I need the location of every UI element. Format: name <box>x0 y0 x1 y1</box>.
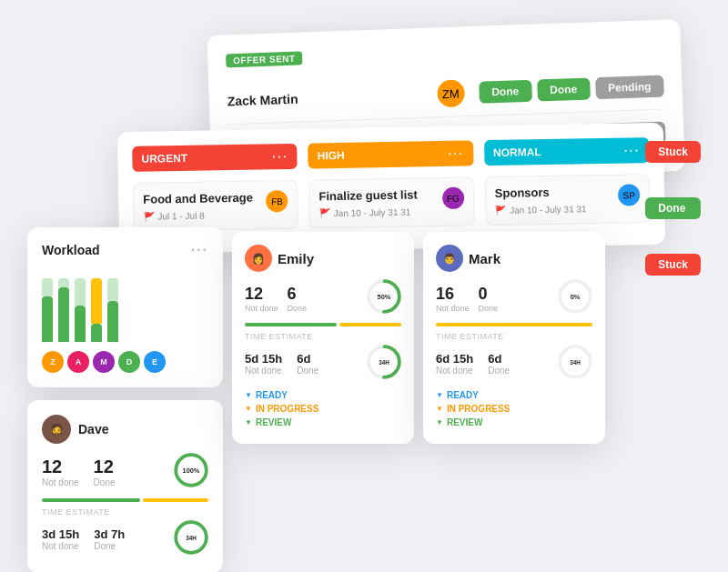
bar-green-2 <box>58 287 69 342</box>
bar-wrap-5 <box>107 278 118 342</box>
mark-time-nd-val: 6d 15h <box>436 352 473 366</box>
tag-done-1: Done <box>479 80 532 104</box>
emily-time-label: TIME ESTIMATE <box>245 332 401 341</box>
mark-review[interactable]: ▼ REVIEW <box>436 417 592 427</box>
mark-time-notdone: 6d 15h Not done <box>436 352 473 376</box>
wl-avatar-5: E <box>144 351 166 373</box>
bar-light-5 <box>107 278 118 301</box>
bar-group-2 <box>58 278 69 342</box>
kanban-header-normal: NORMAL ··· <box>484 137 650 166</box>
dave-donut2: 34H <box>174 520 208 558</box>
kanban-avatar-guest: FG <box>442 187 464 209</box>
emily-time: TIME ESTIMATE 5d 15h Not done 6d Done 34… <box>245 332 401 383</box>
dave-prog-yellow <box>143 498 208 502</box>
mark-time-nd-sub: Not done <box>436 366 473 376</box>
wl-avatar-2: A <box>67 351 89 373</box>
emily-time-d-val: 6d <box>297 352 318 366</box>
bar-light-2 <box>58 278 69 287</box>
mark-review-label: REVIEW <box>447 417 482 427</box>
scene: OFFER SENT Zack Martin ZM Done Done Pend… <box>0 0 728 572</box>
dave-time-label: TIME ESTIMATE <box>42 507 208 517</box>
avatar-zack: ZM <box>437 79 465 107</box>
mark-card: 👨 Mark 16 Not done 0 Done 0% TIME EST <box>423 232 605 444</box>
flag-sponsors: 🚩 <box>495 206 506 216</box>
emily-ready-section: ▼ READY ▼ IN PROGRESS ▼ REVIEW <box>245 390 401 427</box>
emily-header: 👩 Emily <box>245 245 401 272</box>
mark-ready-section: ▼ READY ▼ IN PROGRESS ▼ REVIEW <box>436 390 592 427</box>
offer-tags-zack: Done Done Pending <box>479 75 664 104</box>
kanban-date-sponsors: Jan 10 - July 31 31 <box>510 204 587 215</box>
emily-done-lbl: Done <box>288 304 308 313</box>
mark-time: TIME ESTIMATE 6d 15h Not done 6d Done 34… <box>436 332 592 383</box>
emily-prog-yellow <box>339 323 401 326</box>
bar-yellow-4 <box>91 278 102 324</box>
svg-text:0%: 0% <box>571 293 581 301</box>
kanban-item-guest[interactable]: Finalize guest list 🚩 Jan 10 - July 31 3… <box>308 176 474 228</box>
emily-review[interactable]: ▼ REVIEW <box>245 417 401 427</box>
workload-title-row: Workload ··· <box>42 242 208 258</box>
kanban-avatar-sponsors: SP <box>618 184 640 206</box>
mark-ready-label: READY <box>447 390 479 400</box>
mark-notdone-lbl: Not done <box>436 304 470 313</box>
right-tag-stuck-1: Stuck <box>645 141 701 163</box>
emily-ip-label: IN PROGRESS <box>256 404 318 414</box>
dave-stat-done: 12 Done <box>94 457 116 487</box>
bar-group-1 <box>42 278 53 342</box>
kanban-dots-urgent[interactable]: ··· <box>272 149 288 164</box>
dave-done-lbl: Done <box>94 477 116 487</box>
emily-time-done: 6d Done <box>297 352 318 376</box>
bar-wrap-2 <box>58 278 69 342</box>
kanban-item-food[interactable]: Food and Beverage 🚩 Jul 1 - Jul 8 FB <box>133 180 298 232</box>
svg-text:34H: 34H <box>186 535 197 541</box>
mark-donut-svg: 0% <box>558 279 592 314</box>
mark-donut2-svg: 34H <box>558 345 592 379</box>
bar-green-1 <box>42 296 53 342</box>
kanban-col-normal: NORMAL ··· Sponsors 🚩 Jan 10 - July 31 3… <box>484 137 651 233</box>
emily-notdone-num: 12 <box>245 285 278 304</box>
dave-avatar: 🧔 <box>42 415 71 444</box>
mark-done-lbl: Done <box>479 304 499 313</box>
kanban-item-title-sponsors: Sponsors <box>495 185 619 200</box>
emily-time-nd-sub: Not done <box>245 366 282 376</box>
kanban-avatar-food: FB <box>266 190 288 212</box>
kanban-item-title-food: Food and Beverage <box>143 190 267 206</box>
emily-time-d-sub: Done <box>297 366 318 376</box>
kanban-dots-normal[interactable]: ··· <box>623 143 640 157</box>
mark-name: Mark <box>469 251 500 266</box>
dave-time: TIME ESTIMATE 3d 15h Not done 3d 7h Done… <box>42 507 208 558</box>
mark-time-label: TIME ESTIMATE <box>436 332 592 341</box>
workload-dots[interactable]: ··· <box>191 242 208 258</box>
dave-name: Dave <box>78 422 108 437</box>
kanban-item-sponsors[interactable]: Sponsors 🚩 Jan 10 - July 31 31 SP <box>484 174 650 226</box>
dave-time-row: 3d 15h Not done 3d 7h Done 34H <box>42 520 208 558</box>
emily-card: 👩 Emily 12 Not done 6 Done 50% <box>232 232 414 444</box>
bar-wrap-3 <box>75 278 86 342</box>
mark-time-row: 6d 15h Not done 6d Done 34H <box>436 345 592 383</box>
right-tag-done: Done <box>645 197 701 219</box>
offer-badge: OFFER SENT <box>226 51 303 67</box>
bar-wrap-1 <box>42 278 53 342</box>
kanban-dots-high[interactable]: ··· <box>448 146 464 161</box>
mark-ready[interactable]: ▼ READY <box>436 390 592 400</box>
emily-review-label: REVIEW <box>256 417 291 427</box>
dave-time-done-sub: Done <box>94 541 125 551</box>
mark-notdone-num: 16 <box>436 285 470 304</box>
mark-in-progress[interactable]: ▼ IN PROGRESS <box>436 404 592 414</box>
tag-pending-1: Pending <box>595 75 664 100</box>
dave-time-done: 3d 7h Done <box>94 527 125 551</box>
mark-stat-done: 0 Done <box>479 285 499 313</box>
dave-donut: 100% <box>174 453 208 491</box>
bar-light-3 <box>75 278 86 306</box>
mark-avatar: 👨 <box>436 245 463 272</box>
kanban-date-guest: Jan 10 - July 31 31 <box>334 207 411 218</box>
mark-chevron-ip: ▼ <box>436 405 443 413</box>
svg-text:100%: 100% <box>183 467 200 475</box>
emily-in-progress[interactable]: ▼ IN PROGRESS <box>245 404 401 414</box>
dave-notdone-num: 12 <box>42 457 79 477</box>
emily-ready[interactable]: ▼ READY <box>245 390 401 400</box>
emily-chevron-ready: ▼ <box>245 391 252 399</box>
emily-time-notdone: 5d 15h Not done <box>245 352 282 376</box>
mark-stat-notdone: 16 Not done <box>436 285 470 313</box>
svg-text:34H: 34H <box>379 359 389 366</box>
kanban-header-urgent: URGENT ··· <box>132 144 298 172</box>
